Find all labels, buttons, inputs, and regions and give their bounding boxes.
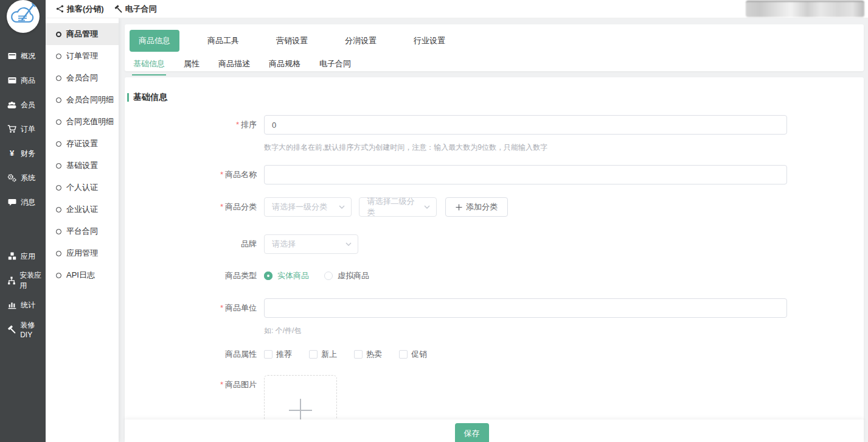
tab-industry-settings[interactable]: 行业设置 xyxy=(404,30,454,52)
sidebar-item-orders[interactable]: 订单 xyxy=(0,117,46,141)
submenu-item-member-contract-detail[interactable]: 会员合同明细 xyxy=(46,89,119,111)
sidebar-item-members[interactable]: 会员 xyxy=(0,93,46,117)
submenu-item-contract-recharge-detail[interactable]: 合同充值明细 xyxy=(46,111,119,133)
checkbox-icon xyxy=(264,350,273,359)
topbar-item-distribution[interactable]: 推客(分销) xyxy=(56,4,104,15)
sidebar-item-system[interactable]: 系统 xyxy=(0,166,46,190)
submenu-item-label: 平台合同 xyxy=(66,226,98,237)
radio-physical-product[interactable]: 实体商品 xyxy=(264,270,309,282)
submenu-item-evidence-settings[interactable]: 存证设置 xyxy=(46,133,119,155)
checkbox-recommend[interactable]: 推荐 xyxy=(264,348,292,360)
subtab-basic-info[interactable]: 基础信息 xyxy=(132,54,166,75)
submenu-item-label: 企业认证 xyxy=(66,204,98,215)
form-row-sort: *排序 数字大的排名在前,默认排序方式为创建时间，注意：输入最大数为9位数，只能… xyxy=(125,115,864,153)
brand-label: 品牌 xyxy=(125,234,264,254)
product-name-input[interactable] xyxy=(264,165,787,184)
form-row-product-name: *商品名称 xyxy=(125,165,864,184)
required-asterisk: * xyxy=(220,202,223,211)
logo[interactable] xyxy=(0,0,46,35)
submenu-item-enterprise-auth[interactable]: 企业认证 xyxy=(46,198,119,220)
checkbox-hot[interactable]: 热卖 xyxy=(354,348,382,360)
circle-icon xyxy=(56,75,61,81)
submenu-item-member-contract[interactable]: 会员合同 xyxy=(46,67,119,89)
circle-icon xyxy=(56,229,61,234)
circle-icon xyxy=(56,119,61,125)
submenu-item-label: 合同充值明细 xyxy=(66,116,114,127)
subtab-attributes[interactable]: 属性 xyxy=(182,54,201,75)
submenu-item-order-management[interactable]: 订单管理 xyxy=(46,45,119,67)
tab-profit-settings[interactable]: 分润设置 xyxy=(336,30,386,52)
image-upload-box[interactable] xyxy=(264,375,337,420)
tab-product-tools[interactable]: 商品工具 xyxy=(198,30,248,52)
sidebar-item-label: 订单 xyxy=(21,124,35,135)
submenu-item-label: 会员合同明细 xyxy=(66,94,114,105)
tab-marketing-settings[interactable]: 营销设置 xyxy=(267,30,317,52)
form-row-category: *商品分类 请选择一级分类 请选择二级分类 xyxy=(125,197,864,217)
orders-cart-icon xyxy=(7,125,17,133)
circle-icon xyxy=(56,54,61,59)
finance-yen-icon: ¥ xyxy=(7,149,17,158)
sidebar-item-stats[interactable]: 统计 xyxy=(0,293,46,317)
checkbox-icon xyxy=(354,350,363,359)
decorate-hammer-icon xyxy=(7,325,16,334)
subtab-product-description[interactable]: 商品描述 xyxy=(217,54,251,75)
unit-input[interactable] xyxy=(264,298,787,318)
radio-virtual-product[interactable]: 虚拟商品 xyxy=(324,270,369,282)
sub-tabs: 基础信息 属性 商品描述 商品规格 电子合同 xyxy=(130,54,859,75)
radio-label: 虚拟商品 xyxy=(338,270,369,282)
sidebar-item-decorate-diy[interactable]: 装修DIY xyxy=(0,317,46,342)
unit-label: *商品单位 xyxy=(125,298,264,336)
checkbox-promo[interactable]: 促销 xyxy=(399,348,427,360)
footer-bar: 保存 xyxy=(125,419,864,442)
form-row-unit: *商品单位 如: 个/件/包 xyxy=(125,298,864,336)
submenu-item-product-management[interactable]: 商品管理 xyxy=(46,23,119,45)
sidebar-item-goods[interactable]: 商品 xyxy=(0,68,46,93)
gavel-icon xyxy=(114,5,122,13)
form-row-attributes: 商品属性 推荐 新上 热卖 xyxy=(125,348,864,360)
submenu-item-label: 订单管理 xyxy=(66,51,98,61)
circle-icon xyxy=(56,163,61,169)
subtab-econtract[interactable]: 电子合同 xyxy=(318,54,352,75)
sidebar-item-label: 财务 xyxy=(21,149,35,159)
tab-product-info[interactable]: 商品信息 xyxy=(130,30,179,52)
circle-icon xyxy=(56,251,61,256)
sidebar-item-overview[interactable]: 概况 xyxy=(0,44,46,68)
category-level2-select[interactable]: 请选择二级分类 xyxy=(359,197,437,217)
sidebar-item-label: 会员 xyxy=(21,100,35,110)
attributes-label: 商品属性 xyxy=(125,348,264,360)
sort-input[interactable] xyxy=(264,115,787,135)
product-image-label: *商品图片 xyxy=(125,375,264,420)
sidebar-item-label: 安装应用 xyxy=(19,270,46,291)
checkbox-new[interactable]: 新上 xyxy=(309,348,337,360)
sidebar-item-finance[interactable]: ¥ 财务 xyxy=(0,141,46,166)
sidebar-item-messages[interactable]: 消息 xyxy=(0,190,46,214)
install-apps-icon xyxy=(7,276,16,285)
sidebar-item-apps[interactable]: 应用 xyxy=(0,244,46,268)
topbar-item-label: 推客(分销) xyxy=(67,4,104,15)
checkbox-label: 热卖 xyxy=(366,348,382,360)
category-level1-select[interactable]: 请选择一级分类 xyxy=(264,197,352,217)
upload-plus-icon xyxy=(288,398,313,420)
add-category-button[interactable]: 添加分类 xyxy=(445,197,508,217)
add-category-label: 添加分类 xyxy=(466,202,498,212)
submenu-item-basic-settings[interactable]: 基础设置 xyxy=(46,155,119,177)
submenu-item-app-management[interactable]: 应用管理 xyxy=(46,242,119,264)
topbar-item-label: 电子合同 xyxy=(125,4,157,15)
sidebar-item-install-apps[interactable]: 安装应用 xyxy=(0,268,46,293)
submenu-item-label: 个人认证 xyxy=(66,182,98,193)
required-asterisk: * xyxy=(236,120,239,129)
form-row-brand: 品牌 请选择 xyxy=(125,234,864,254)
submenu-item-platform-contract[interactable]: 平台合同 xyxy=(46,220,119,242)
topbar-item-econtract[interactable]: 电子合同 xyxy=(114,4,157,15)
checkbox-label: 促销 xyxy=(411,348,427,360)
submenu-item-personal-auth[interactable]: 个人认证 xyxy=(46,177,119,198)
save-button[interactable]: 保存 xyxy=(455,423,489,442)
submenu-item-api-log[interactable]: API日志 xyxy=(46,264,119,286)
brand-select[interactable]: 请选择 xyxy=(264,234,358,254)
sidebar-item-label: 系统 xyxy=(21,173,35,183)
main-nav: 概况 商品 会员 订单 ¥ 财务 系统 xyxy=(0,44,46,342)
product-type-radio-group: 实体商品 虚拟商品 xyxy=(264,270,864,282)
subtab-product-spec[interactable]: 商品规格 xyxy=(268,54,302,75)
circle-icon xyxy=(56,141,61,147)
circle-icon xyxy=(56,207,61,212)
